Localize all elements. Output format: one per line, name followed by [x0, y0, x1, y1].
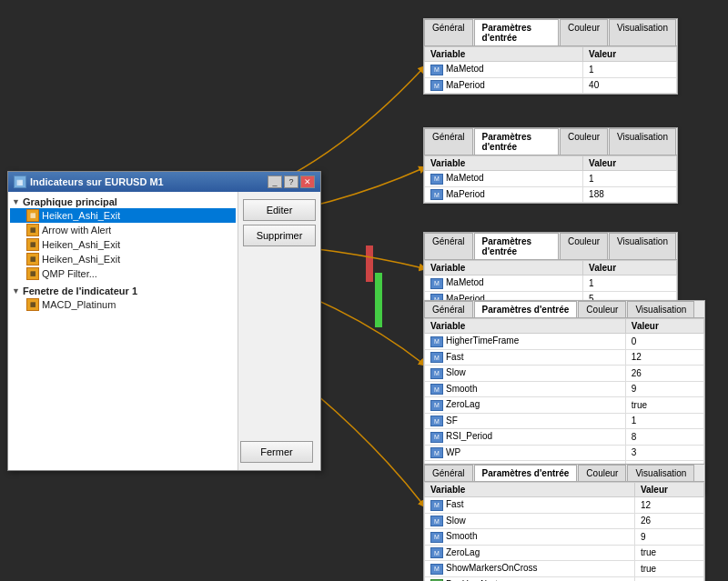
param-cell: MSlow — [425, 513, 635, 529]
tree-item-4[interactable]: ▦ QMP Filter... — [10, 266, 236, 281]
param-value[interactable]: true — [634, 545, 703, 561]
param-row: MSlow 26 — [425, 366, 704, 382]
row-icon: M — [430, 447, 443, 458]
action-buttons: Editer Supprimer Fermer — [238, 192, 320, 470]
tab-params-2[interactable]: Paramètres d'entrée — [474, 128, 559, 155]
param-value[interactable]: true — [625, 397, 703, 414]
param-value[interactable]: 26 — [634, 513, 703, 529]
param-value[interactable]: ... — [634, 576, 703, 581]
param-panel-3: Général Paramètres d'entrée Couleur Visu… — [423, 232, 678, 308]
param-row: MWP 3 — [425, 445, 704, 461]
param-row: MFast 12 — [425, 349, 704, 366]
param-tabs-1: Général Paramètres d'entrée Couleur Visu… — [424, 19, 677, 46]
param-row: MMaMetod 1 — [425, 62, 677, 78]
param-value[interactable]: 8 — [625, 429, 703, 446]
row-icon: M — [430, 368, 443, 379]
param-cell: MMaMetod — [425, 275, 583, 292]
param-cell: MSF — [425, 413, 626, 429]
tree-item-label-1: Arrow with Alert — [42, 225, 111, 235]
tab-color-2[interactable]: Couleur — [560, 128, 608, 155]
param-row: MSmooth 9 — [425, 381, 704, 397]
indicators-dialog: ▦ Indicateurs sur EURUSD M1 _ ? ✕ ▼ Grap… — [7, 171, 321, 471]
help-button[interactable]: ? — [284, 175, 298, 188]
param-cell: MMaPeriod — [425, 186, 583, 203]
row-icon: M — [430, 189, 443, 200]
tab-general-2[interactable]: Général — [424, 128, 473, 155]
tab-color-3[interactable]: Couleur — [560, 233, 608, 259]
param-row: MFast 12 — [425, 497, 704, 514]
tab-general-1[interactable]: Général — [424, 19, 473, 45]
tree-item-label-4: QMP Filter... — [42, 268, 97, 279]
tab-general-3[interactable]: Général — [424, 233, 473, 259]
row-icon: M — [430, 500, 443, 511]
tree-item-5[interactable]: ▦ MACD_Platinum — [10, 297, 236, 312]
param-value[interactable]: 188 — [583, 186, 677, 203]
tab-general-5[interactable]: Général — [424, 465, 473, 481]
param-cell: MSmooth — [425, 529, 635, 546]
param-value[interactable]: true — [634, 561, 703, 577]
tree-item-2[interactable]: ▦ Heiken_Ashi_Exit — [10, 237, 236, 252]
param-value[interactable]: 9 — [625, 381, 703, 397]
param-cell: MSmooth — [425, 381, 626, 397]
tree-group-main-label: Graphique principal — [23, 196, 117, 207]
delete-button[interactable]: Supprimer — [243, 225, 316, 246]
param-value[interactable]: 26 — [625, 366, 703, 382]
indicator-tree[interactable]: ▼ Graphique principal ▦ Heiken_Ashi_Exit… — [8, 192, 238, 470]
param-table-1: Variable Valeur MMaMetod 1 MMaPeriod 40 — [424, 46, 677, 94]
param-value[interactable]: 3 — [625, 445, 703, 461]
tree-group-main: ▼ Graphique principal — [10, 195, 236, 208]
dialog-title: Indicateurs sur EURUSD M1 — [30, 176, 164, 187]
row-icon: M — [430, 547, 443, 558]
close-window-button[interactable]: ✕ — [300, 175, 315, 188]
tab-vis-2[interactable]: Visualisation — [609, 128, 676, 155]
tree-item-1[interactable]: ▦ Arrow with Alert — [10, 223, 236, 237]
param-value[interactable]: 1 — [583, 275, 677, 292]
param-value[interactable]: 1 — [583, 171, 677, 187]
tab-color-1[interactable]: Couleur — [560, 19, 608, 45]
tab-vis-3[interactable]: Visualisation — [609, 233, 676, 259]
tree-item-3[interactable]: ▦ Heiken_Ashi_Exit — [10, 252, 236, 266]
param-row: APopUp_Alert ... — [425, 576, 704, 581]
param-tabs-2: Général Paramètres d'entrée Couleur Visu… — [424, 128, 677, 155]
param-table-2: Variable Valeur MMaMetod 1 MMaPeriod 188 — [424, 155, 677, 203]
tab-params-4[interactable]: Paramètres d'entrée — [474, 301, 578, 317]
col-variable-1: Variable — [425, 47, 583, 62]
tree-item-icon-1: ▦ — [26, 224, 39, 236]
tab-params-1[interactable]: Paramètres d'entrée — [474, 19, 559, 45]
param-value[interactable]: 40 — [583, 77, 677, 94]
row-icon: M — [430, 80, 443, 91]
row-icon: M — [430, 432, 443, 443]
minimize-button[interactable]: _ — [268, 175, 282, 188]
param-value[interactable]: 1 — [625, 413, 703, 429]
param-value[interactable]: 12 — [625, 349, 703, 366]
tab-params-5[interactable]: Paramètres d'entrée — [474, 465, 578, 481]
tree-item-icon-4: ▦ — [26, 267, 39, 280]
param-value[interactable]: 9 — [634, 529, 703, 546]
param-cell: MMaMetod — [425, 62, 583, 78]
row-icon: M — [430, 278, 443, 289]
param-tabs-5: Général Paramètres d'entrée Couleur Visu… — [424, 465, 704, 482]
tab-color-5[interactable]: Couleur — [578, 465, 626, 481]
close-button[interactable]: Fermer — [240, 441, 313, 463]
edit-button[interactable]: Editer — [243, 199, 316, 221]
param-value[interactable]: 0 — [625, 334, 703, 350]
param-cell: MZeroLag — [425, 397, 626, 414]
tree-item-label-5: MACD_Platinum — [42, 299, 116, 310]
tab-params-3[interactable]: Paramètres d'entrée — [474, 233, 559, 259]
tab-general-4[interactable]: Général — [424, 301, 473, 317]
tree-item-0[interactable]: ▦ Heiken_Ashi_Exit — [10, 208, 236, 223]
row-icon: M — [430, 564, 443, 575]
tab-color-4[interactable]: Couleur — [578, 301, 626, 317]
param-cell: MFast — [425, 349, 626, 366]
row-icon: M — [430, 516, 443, 526]
dialog-content: ▼ Graphique principal ▦ Heiken_Ashi_Exit… — [8, 192, 320, 470]
param-value[interactable]: 12 — [634, 497, 703, 514]
tab-vis-1[interactable]: Visualisation — [609, 19, 676, 45]
param-value[interactable]: 1 — [583, 62, 677, 78]
tab-vis-4[interactable]: Visualisation — [627, 301, 694, 317]
param-tabs-3: Général Paramètres d'entrée Couleur Visu… — [424, 233, 677, 260]
tab-vis-5[interactable]: Visualisation — [627, 465, 694, 481]
param-panel-1: Général Paramètres d'entrée Couleur Visu… — [423, 18, 678, 95]
expand-icon-2: ▼ — [12, 286, 20, 296]
tree-item-label-2: Heiken_Ashi_Exit — [42, 239, 120, 250]
